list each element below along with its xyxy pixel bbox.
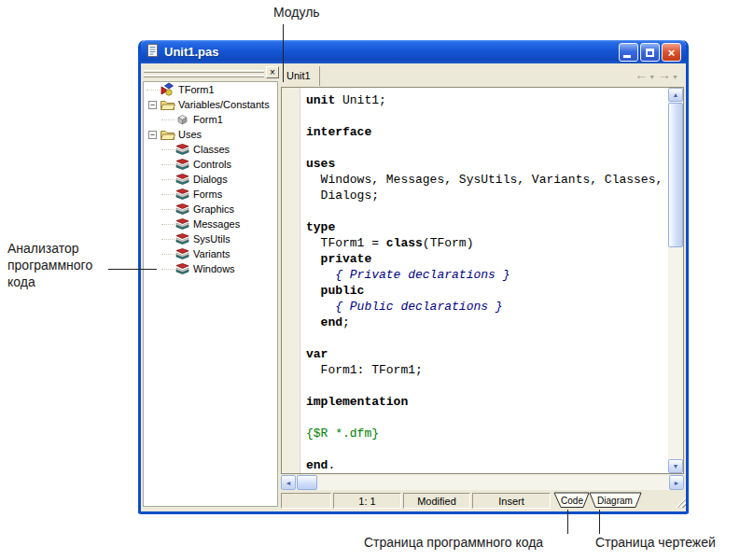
tree-connector: [161, 164, 175, 165]
tree-item-tform1[interactable]: TForm1: [144, 82, 277, 97]
tree-connector: [161, 269, 175, 270]
tree-item-windows[interactable]: Windows: [144, 261, 277, 276]
vertical-scrollbar-thumb[interactable]: [668, 103, 683, 247]
code-line: [306, 108, 668, 124]
back-dropdown-button[interactable]: ▼: [649, 70, 657, 80]
code-line: [306, 378, 668, 394]
tree-connector: [161, 239, 175, 240]
tree-connector: [161, 194, 175, 195]
title-bar[interactable]: Unit1.pas ×: [141, 40, 686, 63]
tree-item-label: Uses: [178, 129, 202, 140]
tree-item-variables-constants[interactable]: −Variables/Constants: [144, 97, 277, 112]
tab-unit1[interactable]: Unit1: [282, 66, 320, 86]
scroll-up-button[interactable]: ▲: [668, 88, 683, 102]
close-icon: ×: [668, 47, 676, 59]
code-line: uses: [306, 156, 668, 172]
maximize-button[interactable]: [640, 43, 660, 62]
close-icon: ×: [270, 67, 275, 77]
code-line: Dialogs;: [306, 188, 668, 203]
tree-item-form1[interactable]: Form1: [144, 112, 277, 127]
tree-item-sysutils[interactable]: SysUtils: [144, 231, 277, 246]
horizontal-scrollbar-thumb[interactable]: [297, 475, 317, 490]
tree-item-variants[interactable]: Variants: [144, 246, 277, 261]
code-line: interface: [306, 124, 668, 140]
unit-icon: [175, 261, 190, 276]
unit-icon: [175, 246, 190, 261]
svg-text:Code: Code: [561, 496, 583, 506]
collapse-toggle-icon[interactable]: −: [148, 131, 157, 139]
close-button[interactable]: ×: [662, 43, 681, 62]
tree-item-forms[interactable]: Forms: [144, 187, 277, 202]
tree-item-messages[interactable]: Messages: [144, 217, 277, 231]
minimize-icon: [623, 55, 631, 58]
code-line: implementation: [306, 394, 668, 410]
tab-diagram[interactable]: Diagram: [590, 493, 641, 508]
tree-item-label: Dialogs: [193, 174, 228, 185]
code-line: [306, 441, 668, 457]
explorer-dock-header[interactable]: ×: [143, 65, 279, 79]
explorer-grip-handle[interactable]: [143, 68, 266, 77]
collapse-toggle-icon[interactable]: −: [148, 101, 157, 109]
unit-icon: [175, 217, 190, 231]
horizontal-scrollbar[interactable]: ◄ ►: [281, 475, 684, 490]
code-explorer-panel: × TForm1−Variables/ConstantsForm1−UsesCl…: [143, 65, 279, 507]
code-page-leader-line: [567, 510, 568, 534]
tree-item-label: Classes: [193, 144, 230, 155]
tree-item-label: Variables/Constants: [178, 99, 270, 110]
unit-icon: [175, 231, 190, 246]
code-line: { Public declarations }: [306, 299, 668, 315]
code-line: { Private declarations }: [306, 267, 668, 283]
module-leader-line: [283, 24, 284, 82]
diagram-page-annotation-label: Страница чертежей: [595, 535, 716, 550]
tree-item-label: Variants: [193, 248, 230, 259]
arrow-down-icon: ▼: [673, 463, 679, 469]
unit-icon: [175, 202, 190, 217]
code-line: [306, 203, 668, 219]
scroll-left-button[interactable]: ◄: [281, 475, 296, 490]
forward-button[interactable]: →: [658, 67, 671, 82]
tree-item-label: Messages: [193, 218, 240, 230]
code-line: Form1: TForm1;: [306, 362, 668, 378]
arrow-left-icon: ◄: [286, 480, 292, 486]
arrow-right-icon: ►: [674, 480, 680, 486]
tree-connector: [161, 254, 175, 255]
code-line: [306, 330, 668, 346]
back-button[interactable]: ←: [635, 67, 648, 82]
status-bar: 1: 1ModifiedInsertCodeDiagram: [281, 491, 684, 509]
editor-gutter[interactable]: [282, 88, 300, 473]
tree-connector: [147, 90, 160, 91]
code-editor[interactable]: unit Unit1; interface uses Windows, Mess…: [301, 88, 668, 473]
tree-item-graphics[interactable]: Graphics: [144, 202, 277, 217]
document-icon: [146, 43, 160, 62]
editor-tab-bar: Unit1 ← ▼ → ▼: [281, 63, 686, 87]
scroll-down-button[interactable]: ▼: [668, 459, 683, 473]
code-line: [306, 410, 668, 426]
tree-connector: [161, 209, 175, 210]
folder-icon: [160, 97, 175, 112]
minimize-button[interactable]: [619, 43, 638, 62]
tab-code[interactable]: Code: [554, 493, 589, 508]
resize-grip[interactable]: [674, 496, 686, 508]
module-annotation-label: Модуль: [273, 5, 320, 20]
close-explorer-button[interactable]: ×: [266, 66, 279, 78]
tree-connector: [161, 119, 175, 120]
tree-connector: [161, 179, 175, 180]
scroll-right-button[interactable]: ►: [669, 475, 684, 490]
variable-icon: [175, 112, 190, 127]
tree-item-dialogs[interactable]: Dialogs: [144, 172, 277, 187]
window-title: Unit1.pas: [164, 45, 219, 59]
tree-item-controls[interactable]: Controls: [144, 157, 277, 172]
unit-icon: [175, 157, 190, 172]
arrow-up-icon: ▲: [673, 91, 679, 98]
page: Модуль Анализатор программного кода Стра…: [0, 0, 740, 560]
tree-item-uses[interactable]: −Uses: [144, 127, 277, 142]
tree-item-label: SysUtils: [193, 233, 230, 245]
code-line: [306, 140, 668, 156]
tree-item-classes[interactable]: Classes: [144, 142, 277, 157]
forward-dropdown-button[interactable]: ▼: [672, 70, 680, 80]
vertical-scrollbar[interactable]: ▲ ▼: [668, 88, 683, 473]
unit-icon: [175, 172, 190, 187]
unit-icon: [175, 187, 190, 202]
window-client-area: × TForm1−Variables/ConstantsForm1−UsesCl…: [141, 63, 686, 509]
diagram-page-leader-line: [599, 510, 600, 534]
